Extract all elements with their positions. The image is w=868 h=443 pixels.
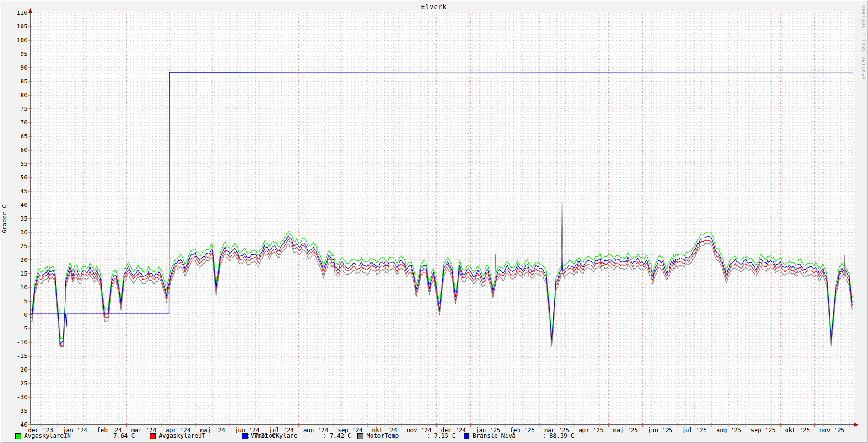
y-tick-label: 10 bbox=[10, 284, 27, 291]
y-tick-label: 95 bbox=[10, 50, 27, 57]
y-tick-label: 0 bbox=[10, 311, 27, 318]
y-tick-label: -35 bbox=[10, 407, 27, 414]
legend-label-3: VVmotorKylare bbox=[251, 432, 297, 439]
y-tick-label: 85 bbox=[10, 78, 27, 85]
y-tick-label: -10 bbox=[10, 339, 27, 346]
y-tick-label: -5 bbox=[10, 325, 27, 332]
legend-value-4: : 7,15 C bbox=[427, 432, 456, 439]
y-tick-label: 45 bbox=[10, 188, 27, 194]
y-tick-label: 70 bbox=[10, 119, 27, 126]
y-tick-label: -25 bbox=[10, 380, 27, 387]
rrdtool-watermark: RRDTOOL / TOBI OETIKER bbox=[861, 5, 866, 80]
y-tick-label: -30 bbox=[10, 394, 27, 400]
legend-label-1: AvgaskylareIN bbox=[24, 432, 71, 439]
rrdtool-graph-window: Elverk Grader C RRDTOOL / TOBI OETIKER -… bbox=[0, 0, 868, 443]
legend-swatch-5 bbox=[464, 433, 469, 439]
chart-title: Elverk bbox=[0, 3, 868, 11]
legend-value-1: : 7,64 C bbox=[106, 432, 135, 439]
y-tick-label: 5 bbox=[10, 297, 27, 304]
x-tick-label: maj '25 bbox=[608, 427, 643, 433]
y-tick-label: 40 bbox=[10, 201, 27, 208]
legend-swatch-1 bbox=[15, 433, 21, 439]
x-tick-label: aug '25 bbox=[711, 427, 747, 433]
x-tick-label: okt '25 bbox=[780, 427, 815, 433]
y-tick-label: 65 bbox=[10, 133, 27, 140]
y-tick-label: 30 bbox=[10, 229, 27, 236]
y-tick-label: 25 bbox=[10, 243, 27, 249]
legend-label-5: Bränsle-Nivå bbox=[473, 432, 516, 439]
y-tick-label: 80 bbox=[10, 92, 27, 98]
legend-swatch-4 bbox=[357, 433, 363, 439]
x-tick-label: jul '25 bbox=[676, 427, 712, 433]
y-tick-label: 90 bbox=[10, 64, 27, 71]
x-tick-label: apr '25 bbox=[573, 427, 609, 433]
y-tick-label: 100 bbox=[10, 37, 27, 43]
x-tick-label: nov '25 bbox=[814, 427, 850, 433]
x-tick-label: jun '25 bbox=[642, 427, 678, 433]
legend-value-3: : 7,42 C bbox=[323, 432, 351, 439]
y-tick-label: 15 bbox=[10, 270, 27, 277]
y-tick-label: 35 bbox=[10, 215, 27, 222]
y-tick-label: 105 bbox=[10, 23, 27, 30]
y-tick-label: -15 bbox=[10, 352, 27, 359]
legend-label-2: AvgaskylareUT bbox=[159, 432, 205, 439]
legend-swatch-3 bbox=[242, 433, 248, 439]
y-tick-label: 75 bbox=[10, 105, 27, 112]
x-tick-label: sep '25 bbox=[745, 427, 781, 433]
y-tick-label: 55 bbox=[10, 160, 27, 167]
chart-plot-area bbox=[0, 0, 868, 443]
legend-label-4: MotorTemp bbox=[367, 432, 399, 439]
y-tick-label: -20 bbox=[10, 366, 27, 373]
y-tick-label: 50 bbox=[10, 174, 27, 181]
legend-value-5: : 88,39 C bbox=[542, 432, 574, 439]
y-tick-label: 20 bbox=[10, 256, 27, 263]
y-tick-label: 60 bbox=[10, 146, 27, 153]
y-tick-label: 110 bbox=[10, 9, 27, 16]
y-axis-title: Grader C bbox=[1, 201, 8, 238]
legend-swatch-2 bbox=[150, 433, 156, 439]
